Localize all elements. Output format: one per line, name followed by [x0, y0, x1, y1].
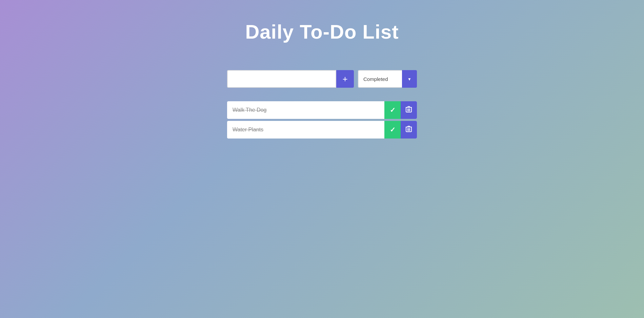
todo-item-text: Walk The Dog: [227, 107, 384, 113]
page-title: Daily To-Do List: [245, 20, 399, 43]
add-task-button[interactable]: [336, 70, 354, 88]
todo-item-text: Water Plants: [227, 127, 384, 133]
delete-button[interactable]: [401, 101, 417, 119]
check-icon: [390, 126, 396, 134]
todo-item: Water Plants: [227, 121, 417, 139]
task-input[interactable]: [227, 70, 336, 88]
check-icon: [390, 106, 396, 114]
delete-button[interactable]: [401, 121, 417, 139]
input-row: All Active Completed: [227, 70, 417, 88]
trash-icon: [406, 106, 412, 114]
filter-wrapper: All Active Completed: [358, 70, 417, 88]
filter-dropdown-button[interactable]: [402, 70, 417, 88]
chevron-down-icon: [407, 76, 411, 82]
main-content: All Active Completed Walk The Dog: [227, 70, 417, 139]
plus-icon: [342, 74, 347, 84]
todo-list: Walk The Dog Water Plants: [227, 101, 417, 139]
trash-icon: [406, 126, 412, 134]
complete-button[interactable]: [384, 101, 401, 119]
todo-item: Walk The Dog: [227, 101, 417, 119]
complete-button[interactable]: [384, 121, 401, 139]
filter-select[interactable]: All Active Completed: [358, 70, 402, 88]
